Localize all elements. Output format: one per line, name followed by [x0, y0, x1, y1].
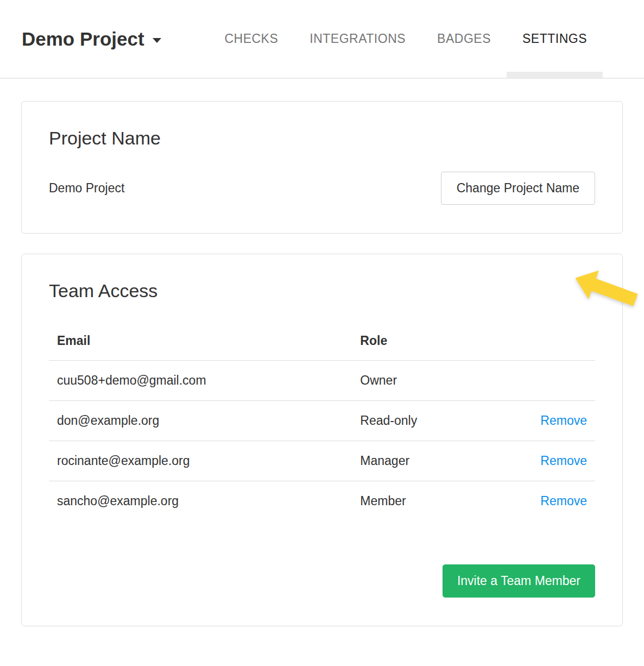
column-header-role: Role: [352, 330, 494, 361]
project-name-value: Demo Project: [49, 181, 124, 196]
member-action-cell: [494, 361, 595, 401]
tab-settings-label: SETTINGS: [522, 32, 587, 46]
chevron-down-icon: [153, 38, 161, 43]
member-action-cell: Remove: [494, 441, 595, 481]
member-email: cuu508+demo@gmail.com: [49, 361, 352, 401]
tab-settings[interactable]: SETTINGS: [507, 0, 603, 78]
project-title: Demo Project: [22, 28, 144, 50]
member-role: Member: [352, 481, 494, 522]
tab-checks[interactable]: CHECKS: [209, 0, 294, 78]
top-navigation-bar: Demo Project CHECKS INTEGRATIONS BADGES …: [0, 0, 644, 79]
table-row: rocinante@example.org Manager Remove: [49, 441, 595, 481]
column-header-email: Email: [49, 330, 352, 361]
tab-badges[interactable]: BADGES: [421, 0, 507, 78]
member-action-cell: Remove: [494, 481, 595, 522]
member-email: rocinante@example.org: [49, 441, 352, 481]
change-project-name-button[interactable]: Change Project Name: [441, 172, 595, 205]
team-members-table: Email Role cuu508+demo@gmail.com Owner d…: [49, 330, 595, 521]
team-access-card: Team Access Email Role cuu508+demo@gmail…: [21, 254, 623, 627]
member-role: Manager: [352, 441, 494, 481]
member-email: sancho@example.org: [49, 481, 352, 522]
team-access-card-title: Team Access: [49, 279, 595, 303]
active-tab-indicator: [507, 72, 603, 78]
remove-member-link[interactable]: Remove: [540, 454, 587, 468]
member-email: don@example.org: [49, 401, 352, 441]
table-header-row: Email Role: [49, 330, 595, 361]
project-name-card: Project Name Demo Project Change Project…: [21, 101, 623, 234]
column-header-action: [494, 330, 595, 361]
invite-team-member-button[interactable]: Invite a Team Member: [443, 564, 595, 598]
remove-member-link[interactable]: Remove: [540, 413, 587, 428]
nav-tabs: CHECKS INTEGRATIONS BADGES SETTINGS: [209, 0, 603, 78]
main-content: Project Name Demo Project Change Project…: [0, 79, 644, 646]
tab-integrations[interactable]: INTEGRATIONS: [294, 0, 421, 78]
project-switcher-dropdown[interactable]: Demo Project: [22, 28, 161, 50]
member-role: Read-only: [352, 401, 494, 441]
table-row: don@example.org Read-only Remove: [49, 401, 595, 441]
member-role: Owner: [352, 361, 494, 401]
member-action-cell: Remove: [494, 401, 595, 441]
project-name-card-title: Project Name: [49, 127, 595, 150]
table-row: sancho@example.org Member Remove: [49, 481, 595, 522]
table-row: cuu508+demo@gmail.com Owner: [49, 361, 595, 401]
remove-member-link[interactable]: Remove: [540, 494, 587, 508]
